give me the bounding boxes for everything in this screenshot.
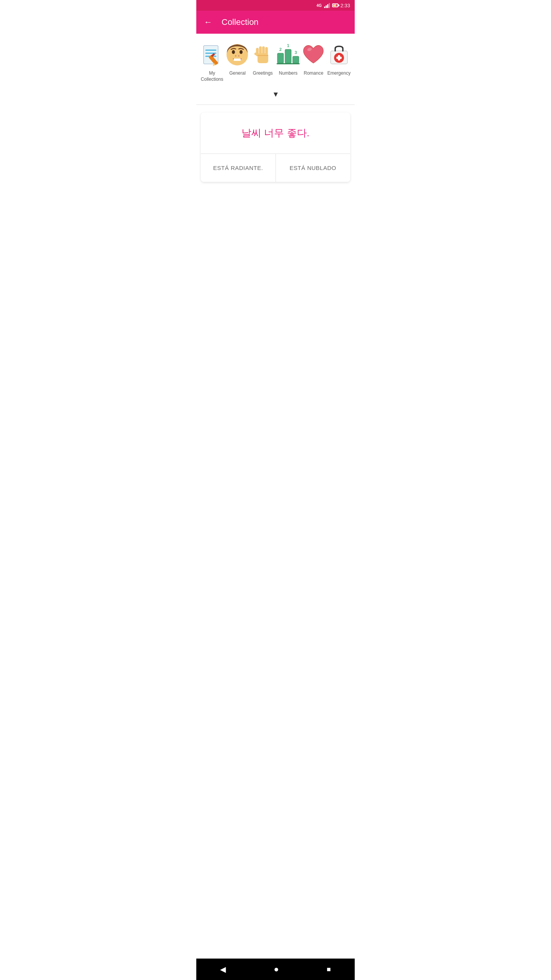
emergency-label: Emergency: [327, 70, 350, 77]
chevron-down-icon[interactable]: ▾: [274, 89, 278, 99]
quiz-answers-area: ESTÁ RADIANTE. ESTÁ NUBLADO: [201, 154, 350, 182]
expand-row[interactable]: ▾: [196, 85, 355, 105]
emergency-icon: [326, 41, 352, 68]
romance-icon: [300, 41, 327, 68]
category-general[interactable]: General: [225, 41, 249, 77]
svg-point-8: [232, 50, 235, 54]
svg-rect-22: [285, 49, 291, 63]
answer-b-button[interactable]: ESTÁ NUBLADO: [276, 154, 350, 182]
svg-rect-12: [234, 59, 241, 61]
svg-point-11: [238, 55, 240, 57]
svg-rect-31: [336, 57, 342, 59]
clock: 2:33: [341, 3, 350, 8]
svg-rect-24: [293, 56, 299, 63]
quiz-question-text: 날씨 너무 좋다.: [241, 127, 310, 139]
numbers-icon: 2 1 3: [275, 41, 302, 68]
category-my-collections[interactable]: My Collections: [200, 41, 224, 82]
greetings-icon: [249, 41, 276, 68]
general-icon: [224, 41, 251, 68]
battery-icon: ⚡: [332, 3, 338, 7]
numbers-label: Numbers: [279, 70, 298, 77]
greetings-label: Greetings: [253, 70, 273, 77]
quiz-question-area: 날씨 너무 좋다.: [201, 113, 350, 154]
page-title: Collection: [222, 17, 259, 27]
category-romance[interactable]: Romance: [302, 41, 325, 77]
answer-a-button[interactable]: ESTÁ RADIANTE.: [201, 154, 276, 182]
svg-rect-16: [262, 46, 265, 56]
my-collections-icon: [199, 41, 225, 68]
signal-icon: [324, 3, 330, 8]
categories-row: My Collections: [200, 41, 351, 82]
network-indicator: 4G: [316, 3, 321, 8]
back-button[interactable]: ←: [202, 16, 214, 29]
svg-text:1: 1: [287, 43, 289, 48]
quiz-card: 날씨 너무 좋다. ESTÁ RADIANTE. ESTÁ NUBLADO: [201, 113, 350, 182]
svg-text:3: 3: [295, 50, 297, 55]
svg-rect-20: [277, 53, 284, 63]
svg-rect-17: [265, 47, 268, 56]
categories-section: My Collections: [196, 34, 355, 85]
romance-label: Romance: [304, 70, 323, 77]
svg-point-9: [240, 50, 243, 54]
svg-point-10: [235, 55, 236, 57]
category-emergency[interactable]: Emergency: [327, 41, 351, 77]
category-greetings[interactable]: Greetings: [251, 41, 275, 77]
svg-rect-26: [277, 63, 300, 64]
section-divider: [196, 105, 355, 105]
svg-text:2: 2: [279, 47, 282, 52]
general-label: General: [229, 70, 246, 77]
my-collections-label: My Collections: [200, 70, 224, 82]
status-bar: 4G ⚡ 2:33: [196, 0, 355, 11]
app-bar: ← Collection: [196, 11, 355, 34]
svg-rect-15: [259, 46, 262, 56]
category-numbers[interactable]: 2 1 3 Numbers: [276, 41, 300, 77]
